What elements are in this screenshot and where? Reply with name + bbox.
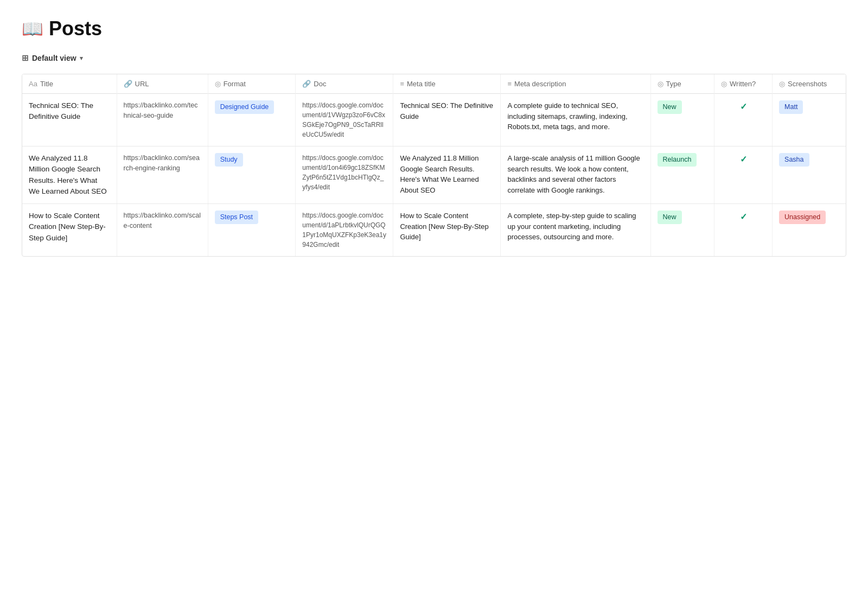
page-icon: 📖 [22, 18, 43, 39]
posts-table-container: Aa Title 🔗 URL ◎ Format [22, 74, 846, 257]
cell-doc: https://docs.google.com/document/d/1aPLr… [296, 204, 393, 257]
cell-screenshots: Sasha [773, 146, 846, 204]
cell-written: ✓ [714, 146, 773, 204]
posts-table: Aa Title 🔗 URL ◎ Format [22, 74, 846, 256]
meta-title-col-icon: ≡ [400, 80, 404, 88]
screenshots-badge: Unassigned [779, 211, 826, 224]
screenshots-badge: Sasha [779, 153, 809, 167]
view-label: Default view [32, 54, 76, 62]
col-header-title: Aa Title [22, 74, 117, 94]
table-row: How to Scale Content Creation [New Step-… [22, 204, 846, 257]
table-header-row: Aa Title 🔗 URL ◎ Format [22, 74, 846, 94]
col-screenshots-label: Screenshots [788, 80, 827, 88]
screenshots-col-icon: ◎ [779, 80, 785, 88]
cell-doc: https://docs.google.com/document/d/1VWgz… [296, 94, 393, 146]
col-header-format: ◎ Format [208, 74, 296, 94]
cell-url: https://backlinko.com/search-engine-rank… [117, 146, 208, 204]
col-url-label: URL [135, 80, 149, 88]
cell-meta-title: Technical SEO: The Definitive Guide [393, 94, 501, 146]
title-col-icon: Aa [29, 80, 37, 88]
page-title: Posts [49, 17, 102, 40]
cell-meta-desc: A complete guide to technical SEO, inclu… [501, 94, 650, 146]
table-row: We Analyzed 11.8 Million Google Search R… [22, 146, 846, 204]
cell-screenshots: Unassigned [773, 204, 846, 257]
col-format-label: Format [224, 80, 246, 88]
col-doc-label: Doc [314, 80, 326, 88]
doc-col-icon: 🔗 [302, 80, 311, 88]
col-meta-title-label: Meta title [407, 80, 436, 88]
check-icon: ✓ [740, 155, 747, 164]
check-icon: ✓ [740, 102, 747, 111]
col-header-screenshots: ◎ Screenshots [773, 74, 846, 94]
type-badge: New [658, 211, 682, 224]
format-col-icon: ◎ [215, 80, 221, 88]
cell-doc: https://docs.google.com/document/d/1on4i… [296, 146, 393, 204]
cell-url: https://backlinko.com/scale-content [117, 204, 208, 257]
col-header-meta-title: ≡ Meta title [393, 74, 501, 94]
type-badge: Relaunch [658, 153, 697, 167]
cell-written: ✓ [714, 204, 773, 257]
format-badge: Steps Post [215, 211, 258, 224]
chevron-down-icon: ▾ [80, 55, 83, 62]
col-header-type: ◎ Type [650, 74, 714, 94]
col-title-label: Title [40, 80, 53, 88]
screenshots-badge: Matt [779, 100, 803, 114]
url-col-icon: 🔗 [124, 80, 132, 88]
view-selector[interactable]: ⊞ Default view ▾ [22, 53, 846, 63]
cell-meta-desc: A complete, step-by-step guide to scalin… [501, 204, 650, 257]
cell-type: Relaunch [650, 146, 714, 204]
type-badge: New [658, 100, 682, 114]
cell-meta-desc: A large-scale analysis of 11 million Goo… [501, 146, 650, 204]
format-badge: Designed Guide [215, 100, 275, 114]
check-icon: ✓ [740, 212, 747, 221]
cell-title: Technical SEO: The Definitive Guide [22, 94, 117, 146]
cell-meta-title: How to Scale Content Creation [New Step-… [393, 204, 501, 257]
page-header: 📖 Posts [22, 17, 846, 40]
written-col-icon: ◎ [721, 80, 727, 88]
cell-format: Steps Post [208, 204, 296, 257]
cell-written: ✓ [714, 94, 773, 146]
col-header-written: ◎ Written? [714, 74, 773, 94]
cell-format: Designed Guide [208, 94, 296, 146]
cell-type: New [650, 94, 714, 146]
meta-desc-col-icon: ≡ [507, 80, 512, 88]
type-col-icon: ◎ [658, 80, 663, 88]
cell-meta-title: We Analyzed 11.8 Million Google Search R… [393, 146, 501, 204]
col-header-url: 🔗 URL [117, 74, 208, 94]
table-icon: ⊞ [22, 53, 29, 63]
cell-title: How to Scale Content Creation [New Step-… [22, 204, 117, 257]
col-header-doc: 🔗 Doc [296, 74, 393, 94]
cell-title: We Analyzed 11.8 Million Google Search R… [22, 146, 117, 204]
col-type-label: Type [666, 80, 681, 88]
col-header-meta-desc: ≡ Meta description [501, 74, 650, 94]
format-badge: Study [215, 153, 243, 167]
cell-screenshots: Matt [773, 94, 846, 146]
cell-url: https://backlinko.com/technical-seo-guid… [117, 94, 208, 146]
cell-type: New [650, 204, 714, 257]
col-meta-desc-label: Meta description [514, 80, 566, 88]
table-row: Technical SEO: The Definitive Guidehttps… [22, 94, 846, 146]
cell-format: Study [208, 146, 296, 204]
col-written-label: Written? [730, 80, 756, 88]
